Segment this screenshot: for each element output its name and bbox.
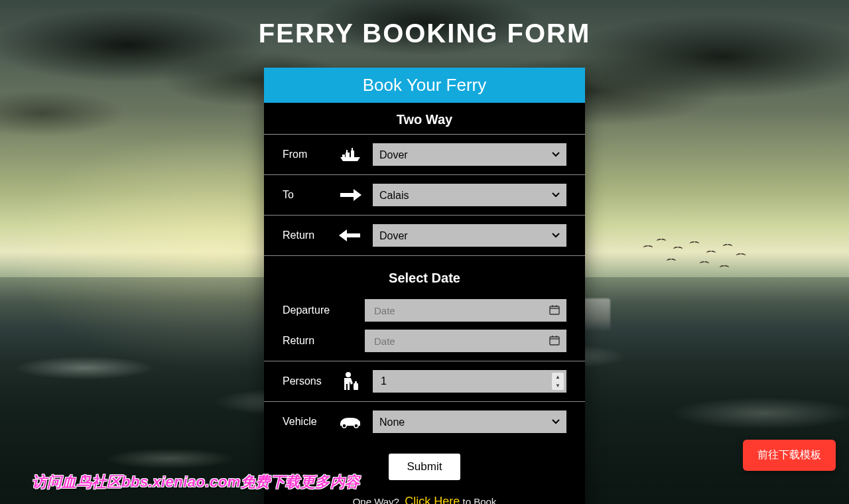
return-date-label: Return (283, 335, 357, 347)
svg-rect-9 (340, 193, 354, 197)
svg-rect-6 (342, 155, 345, 157)
ship-icon (336, 147, 365, 162)
svg-rect-15 (550, 337, 559, 345)
return-date-row: Return (264, 327, 585, 361)
spin-down-icon[interactable]: ▼ (552, 381, 564, 390)
svg-point-19 (346, 372, 351, 377)
watermark-text: 访问血鸟社区bbs.xieniao.com免费下载更多内容 (32, 472, 360, 492)
page-title: FERRY BOOKING FORM (0, 19, 849, 48)
from-row: From Dover (264, 135, 585, 175)
download-template-button[interactable]: 前往下载模板 (743, 440, 836, 471)
vehicle-row: Vehicle None (264, 402, 585, 442)
trip-section-title: Two Way (264, 103, 585, 135)
spin-up-icon[interactable]: ▲ (552, 373, 564, 381)
calendar-icon[interactable] (549, 304, 560, 315)
svg-rect-5 (351, 151, 354, 157)
return-date-input[interactable] (365, 330, 566, 352)
vehicle-select[interactable]: None (373, 410, 566, 433)
calendar-icon[interactable] (549, 335, 560, 346)
return-loc-label: Return (283, 229, 328, 241)
departure-date-input[interactable] (365, 299, 566, 322)
persons-row: Persons ▲▼ (264, 361, 585, 402)
arrow-left-icon (336, 229, 365, 241)
persons-spinner[interactable]: ▲▼ (552, 373, 564, 390)
footer-suffix: to Book (462, 496, 496, 504)
background-birds (637, 239, 769, 279)
car-icon (336, 415, 365, 428)
return-loc-row: Return Dover (264, 216, 585, 256)
from-label: From (283, 149, 328, 160)
dates-section-title: Select Date (264, 256, 585, 292)
svg-rect-4 (346, 153, 350, 157)
submit-button[interactable]: Submit (389, 454, 461, 480)
arrow-right-icon (336, 189, 365, 201)
person-luggage-icon (336, 371, 365, 391)
departure-label: Departure (283, 304, 357, 316)
footer-prefix: One Way? (353, 496, 399, 504)
svg-rect-7 (346, 150, 348, 153)
svg-rect-11 (550, 306, 559, 314)
svg-rect-10 (347, 233, 360, 237)
svg-rect-20 (354, 383, 358, 390)
svg-point-23 (354, 424, 358, 428)
persons-input[interactable] (373, 370, 566, 393)
from-select[interactable]: Dover (373, 143, 566, 166)
vehicle-label: Vehicle (283, 416, 328, 428)
departure-row: Departure (264, 292, 585, 327)
to-select[interactable]: Calais (373, 184, 566, 206)
return-loc-select[interactable]: Dover (373, 224, 566, 247)
form-card: Book Your Ferry Two Way From Dover To Ca… (264, 68, 585, 504)
svg-point-22 (342, 424, 346, 428)
one-way-link[interactable]: Click Here (405, 495, 460, 504)
persons-label: Persons (283, 375, 328, 387)
to-row: To Calais (264, 175, 585, 216)
to-label: To (283, 189, 328, 201)
svg-rect-8 (352, 148, 353, 151)
svg-rect-21 (355, 381, 357, 383)
card-header: Book Your Ferry (264, 68, 585, 103)
